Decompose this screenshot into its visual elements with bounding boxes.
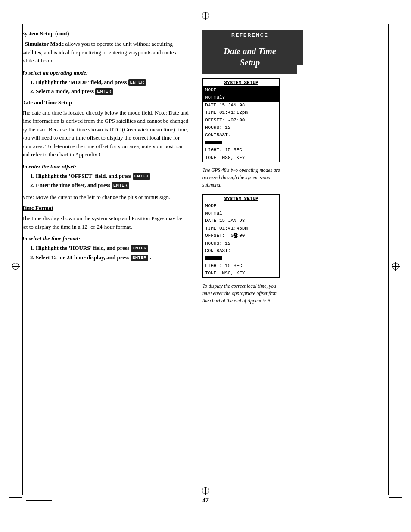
crosshair-right [392,263,399,270]
contrast-box-1 [205,141,222,144]
corner-mark-bl [9,485,22,498]
note-text: Note: Move the cursor to the left to cha… [22,193,190,202]
right-column: REFERENCE Date and Time Setup SYSTEM SET… [202,30,297,310]
gps-screen-2: SYSTEM SETUP MODE: Normal DATE 15 JAN 98… [202,194,280,278]
left-vertical-line [22,24,23,495]
gps-row-2-1: Normal [203,210,279,217]
gps-row-1-4: OFFSET: -07:00 [203,117,279,124]
sidebar-tab [297,30,303,65]
gps-row-2-6: CONTRAST: [203,247,279,255]
instruction-step-3-1: 1. Highlight the 'HOURS' field, and pres… [30,244,190,252]
gps-row-1-1: Normal? [203,94,279,101]
time-format-para: The time display shown on the system set… [22,214,190,231]
instruction-step-2-2: 2. Enter the time offset, and press ENTE… [30,181,190,190]
crosshair-left [12,263,19,270]
reference-sidebar: REFERENCE Date and Time Setup [202,30,297,74]
instruction-heading-2: To enter the time offset: [22,163,190,170]
section-heading-date-time: Date and Time Setup [22,99,190,106]
main-layout: System Setup (cont) • Simulator Mode all… [22,30,389,310]
left-column: System Setup (cont) • Simulator Mode all… [22,30,194,310]
corner-mark-br [389,485,402,498]
crosshair-top [202,12,209,19]
gps-row-2-8: LIGHT: 15 SEC [203,262,279,270]
enter-badge-6: ENTER [131,255,148,261]
instruction-list-1: 1. Highlight the 'MODE' field, and press… [30,78,190,96]
page-footer: 47 [0,497,411,504]
instruction-list-3: 1. Highlight the 'HOURS' field, and pres… [30,244,190,261]
gps-row-1-5: HOURS: 12 [203,124,279,131]
gps-screen-2-header: SYSTEM SETUP [203,195,279,202]
instruction-heading-3: To select the time format: [22,235,190,242]
gps-row-1-6: CONTRAST: [203,131,279,139]
gps-row-2-9: TONE: MSG, KEY [203,270,279,277]
section-heading-system-setup: System Setup (cont) [22,30,190,37]
footer-line-left [26,500,52,501]
caption-1: The GPS 48's two operating modes are acc… [202,167,280,189]
gps-row-1-7 [203,139,279,146]
page: System Setup (cont) • Simulator Mode all… [0,0,411,532]
reference-banner: REFERENCE [202,30,297,40]
contrast-box-2 [205,256,222,260]
enter-badge-2: ENTER [95,88,113,95]
gps-row-1-0: MODE: [203,87,279,94]
gps-row-2-2: DATE 15 JAN 98 [203,217,279,224]
caption-2: To display the correct local time, you m… [202,283,280,305]
gps-row-1-2: DATE 15 JAN 98 [203,102,279,109]
enter-badge-4: ENTER [112,182,129,189]
instruction-list-2: 1. Highlight the 'OFFSET' field, and pre… [30,172,190,190]
simulator-mode-bold: Simulator Mode [25,40,64,47]
enter-badge-1: ENTER [128,79,146,86]
instruction-step-3-2: 2. Select 12- or 24-hour display, and pr… [30,253,190,262]
corner-mark-tl [9,9,22,22]
simulator-mode-text: • Simulator Mode allows you to operate t… [22,40,190,65]
gps-screen-1: SYSTEM SETUP MODE: Normal? DATE 15 JAN 9… [202,78,280,162]
right-vertical-line [388,24,389,495]
gps-row-1-3: TIME 01:41:12pm [203,109,279,116]
instruction-heading-1: To select an operating mode: [22,69,190,76]
section-time-format: Time Format The time display shown on th… [22,205,190,261]
date-time-title-box: Date and Time Setup [202,40,297,74]
gps-row-1-9: TONE: MSG, KEY [203,154,279,162]
page-number: 47 [202,497,209,504]
date-time-para: The date and time is located directly be… [22,109,190,159]
gps-screen-1-header: SYSTEM SETUP [203,79,279,87]
corner-mark-tr [389,9,402,22]
gps-row-1-8: LIGHT: 15 SEC [203,146,279,154]
gps-row-2-0: MODE: [203,202,279,210]
section-date-time: Date and Time Setup The date and time is… [22,99,190,202]
gps-row-2-3: TIME 01:41:46pm [203,225,279,232]
section-heading-time-format: Time Format [22,205,190,212]
cursor-box: 7 [234,233,237,238]
instruction-step-1-1: 1. Highlight the 'MODE' field, and press… [30,78,190,87]
crosshair-bottom [202,487,209,494]
section-system-setup: System Setup (cont) • Simulator Mode all… [22,30,190,96]
gps-row-2-5: HOURS: 12 [203,240,279,247]
enter-badge-5: ENTER [131,245,148,252]
instruction-step-1-2: 2. Select a mode, and press ENTER [30,87,190,96]
instruction-step-2-1: 1. Highlight the 'OFFSET' field, and pre… [30,172,190,180]
enter-badge-3: ENTER [133,173,150,180]
gps-row-2-7 [203,255,279,262]
gps-row-2-4: OFFSET: -07:00 [203,232,279,240]
